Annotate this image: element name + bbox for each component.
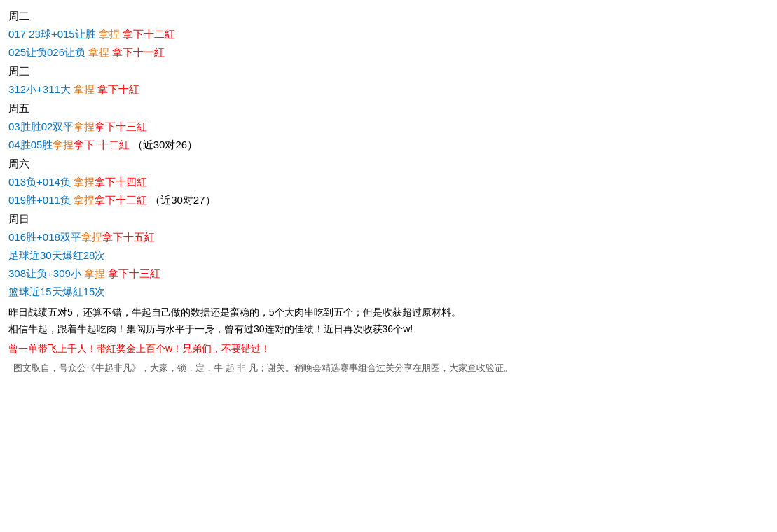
match-line-8: 016胜+018双平拿捏拿下十五紅 xyxy=(8,229,769,246)
match-text-6b: 拿捏 xyxy=(74,176,95,188)
match-text-2b: 拿捏 xyxy=(88,46,112,58)
match-text-2c: 拿下十一紅 xyxy=(112,46,165,58)
match-line-2: 025让负026让负 拿捏 拿下十一紅 xyxy=(8,44,769,61)
match-text-7b: 拿捏 xyxy=(74,194,95,206)
match-text-1b: 拿捏 xyxy=(99,28,123,40)
match-text-9a: 308让负+309小 xyxy=(8,267,84,279)
basketball-stat: 篮球近15天爆紅15次 xyxy=(8,284,769,300)
day-header-wednesday: 周三 xyxy=(8,65,769,78)
match-text-5d: （近30对26） xyxy=(130,139,198,150)
match-text-8b: 拿捏 xyxy=(81,231,102,243)
match-text-6a: 013负+014负 xyxy=(8,176,74,188)
match-line-4: 03胜胜02双平拿捏拿下十三紅 xyxy=(8,118,769,135)
match-text-4c: 拿下十三紅 xyxy=(95,120,147,132)
match-line-3: 312小+311大 拿捏 拿下十紅 xyxy=(8,81,769,98)
match-text-5c: 拿下 十二紅 xyxy=(74,139,129,150)
match-text-1c: 拿下十二紅 xyxy=(123,28,175,40)
match-text-1a: 017 23球+015让胜 xyxy=(8,28,99,40)
match-text-7a: 019胜+011负 xyxy=(8,194,74,206)
match-line-5: 04胜05胜拿捏拿下 十二紅 （近30对26） xyxy=(8,136,769,153)
match-text-5b: 拿捏 xyxy=(53,139,74,150)
match-line-7: 019胜+011负 拿捏拿下十三紅 （近30对27） xyxy=(8,192,769,209)
match-text-3b: 拿捏 xyxy=(74,83,97,95)
summary-paragraph: 昨日战绩五对5，还算不错，牛起自己做的数据还是蛮稳的，5个大肉串吃到五个；但是收… xyxy=(8,304,769,338)
match-text-2a: 025让负026让负 xyxy=(8,46,88,58)
football-stat-text: 足球近30天爆红28次 xyxy=(8,249,105,261)
match-text-7c: 拿下十三紅 xyxy=(95,194,147,206)
highlight-paragraph: 曾一单带飞上千人！带紅奖金上百个w！兄弟们，不要错过！ xyxy=(8,341,769,358)
match-line-9: 308让负+309小 拿捏 拿下十三紅 xyxy=(8,265,769,282)
match-text-4a: 03胜胜02双平 xyxy=(8,120,74,132)
match-text-8a: 016胜+018双平 xyxy=(8,231,81,243)
match-line-1: 017 23球+015让胜 拿捏 拿下十二紅 xyxy=(8,26,769,43)
day-header-friday: 周五 xyxy=(8,102,769,115)
match-text-9b: 拿捏 xyxy=(84,267,108,279)
football-stat: 足球近30天爆红28次 xyxy=(8,247,769,264)
day-header-tuesday: 周二 xyxy=(8,10,769,23)
basketball-stat-text: 篮球近15天爆紅15次 xyxy=(8,286,105,298)
match-text-7d: （近30对27） xyxy=(147,194,216,206)
match-text-3c: 拿下十紅 xyxy=(97,83,139,95)
day-header-saturday: 周六 xyxy=(8,158,769,171)
match-text-8c: 拿下十五紅 xyxy=(102,231,155,243)
match-text-5a: 04胜05胜 xyxy=(8,139,53,150)
match-text-6c: 拿下十四紅 xyxy=(95,176,147,188)
footer-paragraph: 图文取自，号众公《牛起非凡》，大家，锁，定，牛 起 非 凡；谢关。稍晚会精选赛事… xyxy=(8,361,769,376)
match-text-4b: 拿捏 xyxy=(74,120,95,132)
match-line-6: 013负+014负 拿捏拿下十四紅 xyxy=(8,174,769,190)
day-header-sunday: 周日 xyxy=(8,213,769,226)
match-text-3a: 312小+311大 xyxy=(8,83,74,95)
match-text-9c: 拿下十三紅 xyxy=(108,267,160,279)
